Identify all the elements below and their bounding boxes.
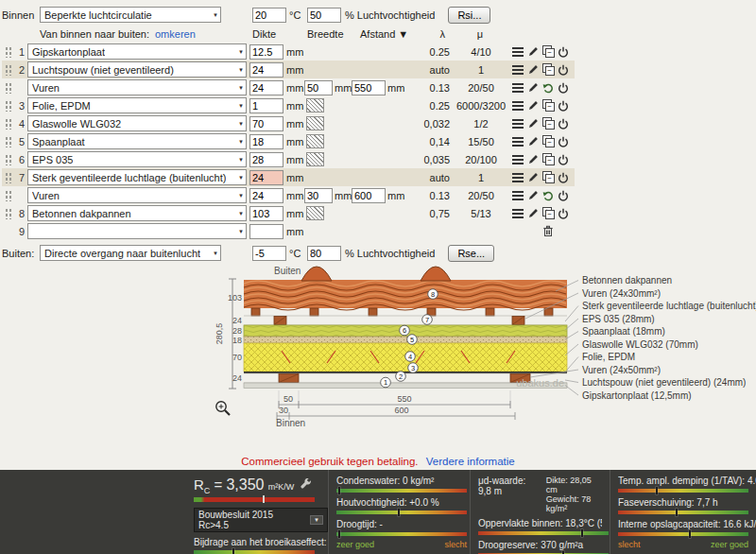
menu-icon[interactable] (510, 44, 525, 59)
edit-icon[interactable] (525, 206, 541, 220)
dikte-input-warning[interactable] (249, 170, 284, 185)
edit-icon[interactable] (525, 80, 541, 95)
trash-icon[interactable] (541, 224, 556, 238)
dikte-input[interactable] (249, 188, 284, 203)
menu-icon[interactable] (510, 152, 525, 166)
dikte-input[interactable] (249, 80, 284, 95)
subdivide-button[interactable] (306, 116, 324, 130)
binnen-humidity-input[interactable] (307, 8, 341, 23)
afstand-input[interactable] (352, 80, 386, 95)
afstand-sort-header[interactable]: Afstand ▼ (360, 28, 413, 40)
mu-value: 20/50 (452, 82, 510, 94)
material-select[interactable]: EPS 035▼ (27, 151, 247, 167)
svg-text:Betonnen dakpannen: Betonnen dakpannen (582, 275, 672, 286)
breedte-input[interactable] (304, 80, 333, 95)
breedte-input[interactable] (304, 188, 333, 203)
material-select[interactable]: Spaanplaat▼ (27, 133, 247, 149)
edit-icon[interactable] (525, 188, 541, 202)
buiten-humidity-input[interactable] (307, 246, 341, 261)
menu-icon[interactable] (510, 116, 525, 130)
rsi-button[interactable]: Rsi... (448, 7, 490, 24)
dikte-input[interactable] (249, 98, 284, 113)
mu-value: 5/13 (452, 208, 510, 219)
insert-layer-icon[interactable] (541, 170, 556, 184)
more-info-link[interactable]: Verdere informatie (426, 456, 515, 467)
reset-icon[interactable] (541, 188, 556, 202)
power-icon[interactable] (556, 116, 571, 130)
menu-icon[interactable] (510, 62, 525, 77)
drag-handle[interactable] (2, 171, 13, 183)
insert-layer-icon[interactable] (541, 152, 556, 166)
rse-button[interactable]: Rse... (448, 245, 494, 262)
insert-layer-icon[interactable] (541, 116, 556, 130)
power-icon[interactable] (556, 134, 571, 148)
drag-handle[interactable] (2, 207, 13, 219)
dikte-input[interactable] (249, 134, 284, 149)
power-icon[interactable] (556, 170, 571, 184)
edit-icon[interactable] (525, 134, 541, 148)
drag-handle[interactable] (2, 63, 13, 76)
dikte-input[interactable] (249, 44, 284, 60)
edit-icon[interactable] (525, 62, 541, 77)
menu-icon[interactable] (510, 98, 525, 113)
power-icon[interactable] (556, 62, 571, 77)
reset-icon[interactable] (541, 80, 556, 95)
dikte-input[interactable] (249, 116, 284, 131)
edit-icon[interactable] (525, 98, 541, 113)
menu-icon[interactable] (510, 188, 525, 202)
material-select[interactable]: Betonnen dakpannen▼ (27, 205, 247, 221)
subdivide-button[interactable] (306, 206, 324, 220)
subdivide-button[interactable] (306, 152, 324, 166)
material-select[interactable]: Sterk geventileerde luchtlage (buitenluc… (27, 169, 247, 185)
insert-layer-icon[interactable] (541, 98, 556, 113)
dikte-input[interactable] (249, 152, 284, 167)
insert-layer-icon[interactable] (541, 206, 556, 220)
power-icon[interactable] (556, 44, 571, 59)
zoom-icon[interactable] (216, 402, 230, 415)
drag-handle[interactable] (2, 45, 13, 58)
drag-handle[interactable] (2, 135, 13, 147)
binnen-select[interactable]: Beperkte luchtcirculatie▼ (40, 7, 221, 23)
power-icon[interactable] (556, 152, 571, 166)
omkeren-link[interactable]: omkeren (155, 28, 196, 40)
afstand-input[interactable] (352, 188, 386, 203)
buiten-temp-input[interactable] (252, 246, 286, 261)
bouwbesluit-select[interactable]: Bouwbesluit 2015 Rc>4.5▼ (194, 508, 328, 532)
drag-handle[interactable] (2, 81, 13, 94)
drag-handle[interactable] (2, 189, 13, 201)
insert-layer-icon[interactable] (541, 62, 556, 77)
menu-icon[interactable] (510, 170, 525, 184)
insert-layer-icon[interactable] (541, 134, 556, 148)
mm-label: mm (386, 82, 404, 94)
material-select[interactable]: Vuren▼ (27, 79, 247, 95)
dikte-input[interactable] (249, 62, 284, 78)
power-icon[interactable] (556, 188, 571, 202)
material-select[interactable]: ▼ (27, 223, 247, 239)
dikte-input[interactable] (249, 224, 284, 239)
power-icon[interactable] (556, 98, 571, 113)
subdivide-button[interactable] (306, 134, 324, 148)
material-select[interactable]: Gipskartonplaat▼ (27, 43, 247, 60)
insert-layer-icon[interactable] (541, 44, 556, 59)
wrench-icon[interactable] (300, 478, 313, 493)
menu-icon[interactable] (510, 206, 525, 220)
edit-icon[interactable] (525, 152, 541, 166)
material-select[interactable]: Folie, EPDM▼ (27, 97, 247, 113)
menu-icon[interactable] (510, 80, 525, 95)
buiten-select[interactable]: Directe overgang naar buitenlucht▼ (40, 245, 221, 261)
subdivide-button[interactable] (306, 98, 324, 113)
edit-icon[interactable] (525, 116, 541, 130)
material-select[interactable]: Glaswolle WLG032▼ (27, 115, 247, 131)
menu-icon[interactable] (510, 134, 525, 148)
dikte-input[interactable] (249, 206, 284, 221)
material-select[interactable]: Vuren▼ (27, 187, 247, 203)
drag-handle[interactable] (2, 153, 13, 165)
binnen-temp-input[interactable] (252, 8, 286, 23)
edit-icon[interactable] (525, 44, 541, 59)
material-select[interactable]: Luchtspouw (niet geventileerd)▼ (27, 61, 247, 78)
drag-handle[interactable] (2, 99, 13, 112)
edit-icon[interactable] (525, 170, 541, 184)
power-icon[interactable] (556, 80, 571, 95)
power-icon[interactable] (556, 206, 571, 220)
drag-handle[interactable] (2, 117, 13, 130)
